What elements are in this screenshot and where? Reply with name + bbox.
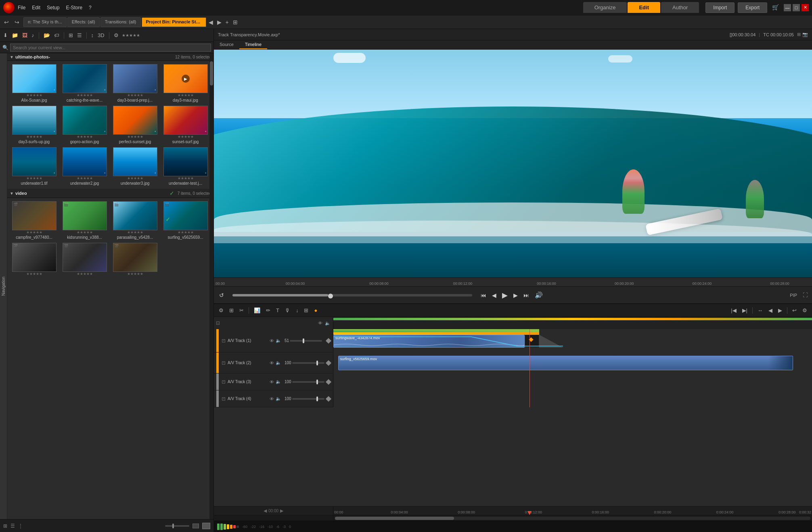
media-item-surfsup[interactable]: ▪ ★★★★★ day3-surfs-up.jpg xyxy=(9,104,59,146)
tab-transitions[interactable]: Transitions: (all) xyxy=(100,17,141,27)
av4-keyframe-diamond[interactable] xyxy=(326,396,331,401)
close-button[interactable]: ✕ xyxy=(802,4,809,11)
av3-expand[interactable]: + xyxy=(222,380,225,384)
tl-settings2-button[interactable]: ⚙ xyxy=(801,307,809,314)
av1-expand[interactable]: + xyxy=(222,339,225,342)
av3-eye-icon[interactable]: 👁 xyxy=(270,380,274,384)
media-item-under2[interactable]: ▪ ★★★★★ underwater2.jpg xyxy=(59,146,110,187)
media-item-alix[interactable]: ▪ ★★★★★ Alix-Susan.jpg xyxy=(9,63,59,104)
folder-icon[interactable]: 📁 xyxy=(11,31,19,39)
tag-icon[interactable]: 🏷 xyxy=(53,31,60,39)
media-item-surfing[interactable]: 🎬 ✓ ★★★★★ surfing_v5625659... xyxy=(160,200,211,241)
tab-edit[interactable]: Edit xyxy=(628,2,660,13)
list-view-icon[interactable]: ☰ xyxy=(76,31,83,39)
tl-scroll-left[interactable]: ◀ xyxy=(264,508,267,513)
media-item-campfire[interactable]: 🎬 ★★★★★ campfire_v977480... xyxy=(9,200,59,241)
master-expand[interactable]: + xyxy=(216,321,220,325)
menu-edit[interactable]: Edit xyxy=(32,5,40,10)
tl-scrollbar-inner[interactable] xyxy=(335,517,810,520)
tab-menu[interactable]: ⊞ xyxy=(231,17,239,27)
media-item-catching[interactable]: ▪ ★★★★★ catching-the-wave... xyxy=(59,63,110,104)
tl-arrow-button[interactable]: ↓ xyxy=(294,307,300,314)
media-item-sunset[interactable]: ▪ ★★★★★ perfect-sunset.jpg xyxy=(110,104,160,146)
media-item-gopro[interactable]: ▪ ★★★★★ gopro-action.jpg xyxy=(59,104,110,146)
grid-icon-bottom[interactable]: ⊞ xyxy=(3,523,7,529)
av3-keyframe-diamond[interactable] xyxy=(326,379,331,384)
tab-organize[interactable]: Organize xyxy=(583,2,627,13)
tl-circle-button[interactable]: ● xyxy=(312,307,319,314)
photo-icon[interactable]: 🖼 xyxy=(21,31,28,39)
filter-icon[interactable]: 3D xyxy=(97,31,105,39)
redo-button[interactable]: ↪ xyxy=(13,18,21,26)
play-button[interactable]: ▶ xyxy=(501,290,509,301)
av1-volume-icon[interactable]: 🔈 xyxy=(276,338,281,343)
menu-icon-bottom[interactable]: ⋮ xyxy=(18,523,23,529)
playback-handle[interactable] xyxy=(328,294,333,298)
tl-scroll-thumb[interactable] xyxy=(335,517,454,520)
av1-video-clip[interactable]: surfingwave_-4342874.mov xyxy=(333,335,525,348)
av2-eye-icon[interactable]: 👁 xyxy=(270,361,274,365)
av2-expand[interactable]: + xyxy=(222,361,225,365)
av4-expand[interactable]: + xyxy=(222,397,225,401)
photos-collapse[interactable]: ▼ xyxy=(10,55,14,59)
media-item-day3maui[interactable]: ▶ ★★★★★ day3-maui.jpg xyxy=(160,63,211,104)
maximize-button[interactable]: □ xyxy=(793,4,800,11)
media-item-under1[interactable]: ▪ ★★★★★ underwater1.tif xyxy=(9,146,59,187)
tab-project-bin[interactable]: Project Bin: Pinnacle Stu... ✕ xyxy=(142,17,206,27)
av4-volume-icon[interactable]: 🔈 xyxy=(276,396,281,401)
av1-keyframe-diamond[interactable] xyxy=(326,338,331,343)
video-collapse[interactable]: ▼ xyxy=(10,191,14,196)
expand-icon[interactable]: ⊞ xyxy=(797,32,801,37)
export-button[interactable]: Export xyxy=(738,2,767,13)
master-eye-icon[interactable]: 👁 xyxy=(318,321,322,326)
sort-icon[interactable]: ↕ xyxy=(90,31,95,39)
media-item-video6[interactable]: 🎬 ★★★★★ xyxy=(59,241,110,278)
av4-vol-slider[interactable] xyxy=(292,398,324,400)
tl-undo2-button[interactable]: ↩ xyxy=(791,307,798,314)
fullscreen-icon[interactable]: ⛶ xyxy=(803,292,808,298)
tl-in-point-button[interactable]: |◀ xyxy=(729,307,738,314)
list-icon-bottom[interactable]: ☰ xyxy=(10,523,15,529)
pip-button[interactable]: PIP xyxy=(790,293,797,298)
menu-setup[interactable]: Setup xyxy=(47,5,59,10)
undo-button[interactable]: ↩ xyxy=(2,18,10,26)
media-item-video7[interactable]: 🎬 ★★★★★ xyxy=(110,241,160,278)
tab-source[interactable]: Source xyxy=(214,40,239,49)
tl-grid-button[interactable]: ⊞ xyxy=(302,307,310,314)
navigation-side-tab[interactable]: Navigation xyxy=(0,53,7,519)
tab-nav-next[interactable]: ▶ xyxy=(216,17,223,27)
tab-nav-prev[interactable]: ◀ xyxy=(207,17,215,27)
av2-video-clip[interactable]: surfing_v5625659.mov xyxy=(338,356,793,370)
master-volume-icon[interactable]: 🔈 xyxy=(325,321,331,326)
music-icon[interactable]: ♪ xyxy=(31,31,35,39)
tl-split-button[interactable]: ✂ xyxy=(238,307,245,314)
tab-close-project[interactable]: ✕ xyxy=(205,19,206,24)
progress-bar[interactable] xyxy=(232,294,472,296)
tab-timeline[interactable]: Timeline xyxy=(239,40,267,49)
tl-nudge-right-button[interactable]: ▶ xyxy=(776,307,784,314)
thumbnail-size-small[interactable] xyxy=(193,524,199,528)
av4-eye-icon[interactable]: 👁 xyxy=(270,396,274,401)
tl-ripple-button[interactable]: ↔ xyxy=(756,307,764,314)
tab-effects[interactable]: Effects: (all) xyxy=(67,17,100,27)
av3-volume-icon[interactable]: 🔈 xyxy=(276,379,281,384)
menu-estore[interactable]: E-Store xyxy=(66,5,82,10)
folder-browse-icon[interactable]: 📂 xyxy=(43,31,51,39)
av3-vol-slider[interactable] xyxy=(292,381,324,383)
media-item-under3[interactable]: ▪ ★★★★★ underwater3.jpg xyxy=(110,146,160,187)
tab-sky[interactable]: n: The Sky is th... xyxy=(23,17,67,27)
media-item-parasailing[interactable]: 🎬 ★★★★★ parasailing_v5428... xyxy=(110,200,160,241)
tl-settings-button[interactable]: ⚙ xyxy=(217,307,225,314)
media-item-day3board[interactable]: ▪ ★★★★★ day3-board-prep.j... xyxy=(110,63,160,104)
tl-snap-button[interactable]: ⊞ xyxy=(228,307,235,314)
tab-author[interactable]: Author xyxy=(661,2,699,13)
go-start-button[interactable]: ⏮ xyxy=(479,291,488,300)
menu-help[interactable]: ? xyxy=(89,5,92,10)
import-media-icon[interactable]: ⬇ xyxy=(2,31,8,39)
loop-button[interactable]: ↺ xyxy=(218,291,225,300)
settings-icon[interactable]: ⚙ xyxy=(113,31,119,39)
tab-add[interactable]: + xyxy=(224,17,230,27)
tl-nudge-left-button[interactable]: ◀ xyxy=(767,307,774,314)
menu-file[interactable]: File xyxy=(18,5,25,10)
tl-out-point-button[interactable]: ▶| xyxy=(741,307,749,314)
